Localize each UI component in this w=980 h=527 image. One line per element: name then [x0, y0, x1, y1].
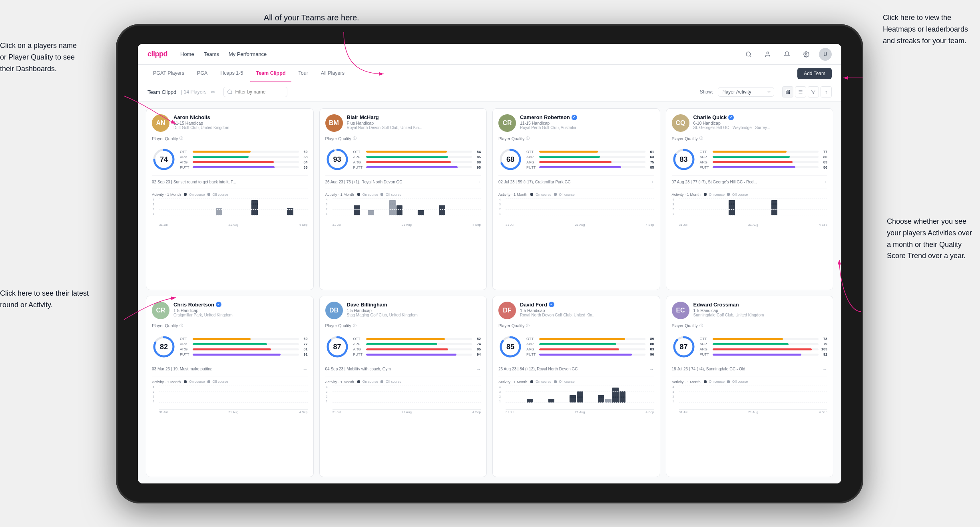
activity-header: Activity · 1 Month On course Off course [152, 192, 308, 197]
latest-round-arrow: → [303, 366, 308, 372]
score-number: 83 [679, 155, 687, 164]
player-header: EC Edward Crossman 1-5 Handicap Sunningd… [672, 302, 828, 319]
player-card-aaron-nicholls[interactable]: AN Aaron Nicholls 11-15 Handicap Drift G… [146, 108, 314, 290]
tab-pgat-players[interactable]: PGAT Players [147, 65, 190, 82]
player-name[interactable]: Aaron Nicholls [173, 114, 308, 120]
search-icon[interactable] [742, 48, 755, 61]
stats-bars: OTT 61 APP 63 ARG 75 PU [526, 150, 654, 169]
sort-button[interactable]: ↑ [821, 86, 832, 97]
quality-section[interactable]: 87 OTT 73 APP 79 ARG [672, 335, 828, 359]
list-view-button[interactable] [795, 86, 806, 97]
user-avatar[interactable]: U [819, 48, 832, 61]
latest-round[interactable]: 07 Aug 23 | 77 (+7), St George's Hill GC… [672, 175, 828, 185]
player-card-dave-billingham[interactable]: DB Dave Billingham 1-5 Handicap Stag Mag… [319, 296, 487, 477]
player-name[interactable]: Edward Crossman [693, 302, 828, 308]
score-circle[interactable]: 85 [498, 335, 522, 359]
annotation-click-round: Click here to see their latestround or A… [0, 288, 89, 311]
stats-bars: OTT 60 APP 58 ARG 84 PU [180, 150, 308, 169]
player-card-charlie-quick[interactable]: CQ Charlie Quick ✓ 6-10 Handicap St. Geo… [666, 108, 834, 290]
svg-point-1 [767, 52, 769, 54]
score-circle[interactable]: 93 [325, 147, 349, 171]
latest-round[interactable]: 04 Sep 23 | Mobility with coach, Gym → [325, 363, 481, 372]
quality-section[interactable]: 85 OTT 89 APP 80 ARG [498, 335, 654, 359]
player-header: BM Blair McHarg Plus Handicap Royal Nort… [325, 114, 481, 132]
player-name[interactable]: Cameron Robertson ✓ [520, 114, 654, 120]
tab-all-players[interactable]: All Players [315, 65, 350, 82]
player-avatar: EC [672, 302, 689, 319]
player-info: Edward Crossman 1-5 Handicap Sunningdale… [693, 302, 828, 317]
edit-team-icon[interactable]: ✏ [211, 89, 215, 95]
chart-dates: 31 Jul21 Aug4 Sep [506, 223, 654, 227]
score-circle[interactable]: 74 [152, 147, 176, 171]
quality-section[interactable]: 68 OTT 61 APP 63 ARG [498, 147, 654, 171]
player-name[interactable]: Chris Robertson ✓ [173, 302, 308, 308]
player-info: Dave Billingham 1-5 Handicap Stag Maging… [347, 302, 481, 317]
stat-row-putt: PUTT 92 [700, 352, 828, 356]
quality-section[interactable]: 83 OTT 77 APP 80 ARG [672, 147, 828, 171]
profile-icon[interactable] [761, 48, 774, 61]
quality-section[interactable]: 93 OTT 84 APP 85 ARG [325, 147, 481, 171]
grid-view-button[interactable] [782, 86, 793, 97]
player-card-cameron-robertson[interactable]: CR Cameron Robertson ✓ 11-15 Handicap Ro… [492, 108, 660, 290]
add-team-button[interactable]: Add Team [797, 68, 832, 79]
latest-round-arrow: → [649, 179, 654, 185]
nav-home[interactable]: Home [180, 51, 194, 57]
bell-icon[interactable] [781, 48, 793, 61]
player-header: DF David Ford ✓ 1-5 Handicap Royal North… [498, 302, 654, 319]
player-card-edward-crossman[interactable]: EC Edward Crossman 1-5 Handicap Sunningd… [666, 296, 834, 477]
score-circle[interactable]: 87 [325, 335, 349, 359]
filter-button[interactable] [808, 86, 819, 97]
player-name[interactable]: Charlie Quick ✓ [693, 114, 828, 120]
latest-round[interactable]: 03 Mar 23 | 19, Must make putting → [152, 363, 308, 372]
nav-my-performance[interactable]: My Performance [229, 51, 267, 57]
filter-by-name-input[interactable] [223, 87, 287, 97]
player-name[interactable]: Blair McHarg [347, 114, 481, 120]
annotation-activities: Choose whether you seeyour players Activ… [887, 216, 972, 262]
score-circle[interactable]: 83 [672, 147, 696, 171]
score-number: 87 [679, 342, 687, 351]
activity-section: Activity · 1 Month On course Off course [325, 376, 481, 414]
tab-hcaps[interactable]: Hcaps 1-5 [215, 65, 249, 82]
score-circle[interactable]: 82 [152, 335, 176, 359]
score-circle[interactable]: 68 [498, 147, 522, 171]
player-handicap: 11-15 Handicap [173, 121, 308, 125]
player-handicap: 6-10 Handicap [693, 121, 828, 125]
quality-section[interactable]: 82 OTT 60 APP 77 ARG [152, 335, 308, 359]
latest-round[interactable]: 26 Aug 23 | 73 (+1), Royal North Devon G… [325, 175, 481, 185]
player-avatar: AN [152, 114, 169, 132]
player-card-blair-mcharg[interactable]: BM Blair McHarg Plus Handicap Royal Nort… [319, 108, 487, 290]
player-name[interactable]: Dave Billingham [347, 302, 481, 308]
stat-row-app: APP 58 [180, 155, 308, 159]
settings-icon[interactable] [800, 48, 813, 61]
player-name[interactable]: David Ford ✓ [520, 302, 654, 308]
tab-pga[interactable]: PGA [191, 65, 213, 82]
score-circle[interactable]: 87 [672, 335, 696, 359]
activity-legend: On course Off course [704, 193, 748, 197]
stat-row-putt: PUTT 86 [700, 165, 828, 169]
latest-round[interactable]: 18 Jul 23 | 74 (+4), Sunningdale GC - Ol… [672, 363, 828, 372]
stat-row-putt: PUTT 95 [353, 165, 481, 169]
latest-round[interactable]: 02 Jul 23 | 59 (+17), Craigmillar Park G… [498, 175, 654, 185]
stats-bars: OTT 77 APP 80 ARG 83 PU [700, 150, 828, 169]
latest-round[interactable]: 26 Aug 23 | 84 (+12), Royal North Devon … [498, 363, 654, 372]
tab-team-clippd[interactable]: Team Clippd [250, 65, 291, 82]
latest-round[interactable]: 02 Sep 23 | Sunset round to get back int… [152, 175, 308, 185]
player-club: Drift Golf Club, United Kingdom [173, 125, 308, 130]
show-select[interactable]: Player Activity Quality Score Trend [718, 87, 774, 97]
activity-section: Activity · 1 Month On course Off course [325, 189, 481, 227]
svg-point-2 [805, 54, 807, 55]
quality-label: Player Quality ⓘ [672, 323, 828, 328]
quality-section[interactable]: 87 OTT 82 APP 74 ARG [325, 335, 481, 359]
player-card-david-ford[interactable]: DF David Ford ✓ 1-5 Handicap Royal North… [492, 296, 660, 477]
quality-section[interactable]: 74 OTT 60 APP 58 ARG [152, 147, 308, 171]
nav-teams[interactable]: Teams [204, 51, 219, 57]
player-card-chris-robertson[interactable]: CR Chris Robertson ✓ 1-5 Handicap Craigm… [146, 296, 314, 477]
tab-tour[interactable]: Tour [293, 65, 314, 82]
latest-round-text: 02 Sep 23 | Sunset round to get back int… [152, 180, 303, 184]
player-header: AN Aaron Nicholls 11-15 Handicap Drift G… [152, 114, 308, 132]
annotation-heatmaps: Click here to view theHeatmaps or leader… [883, 12, 968, 46]
latest-round-arrow: → [823, 179, 827, 185]
player-info: Charlie Quick ✓ 6-10 Handicap St. George… [693, 114, 828, 130]
stat-row-app: APP 85 [353, 155, 481, 159]
player-info: Blair McHarg Plus Handicap Royal North D… [347, 114, 481, 130]
